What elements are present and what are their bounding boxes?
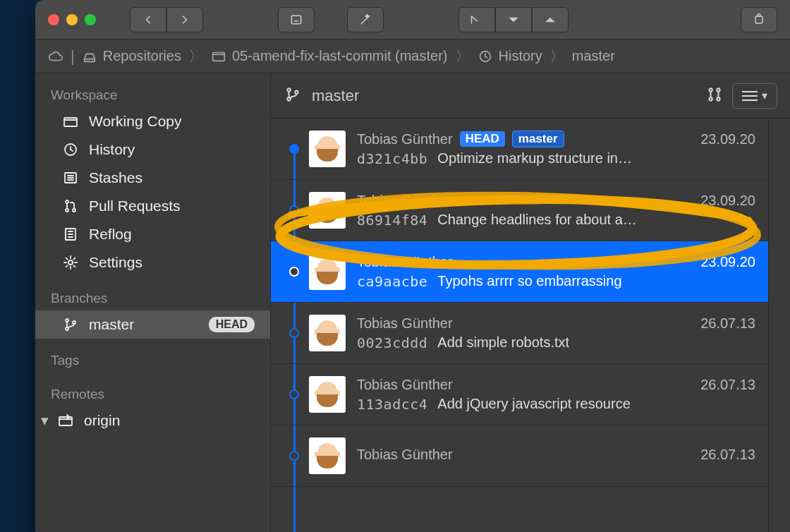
- quick-open-button[interactable]: [278, 7, 315, 32]
- sidebar-item-label: History: [89, 141, 135, 158]
- branch-tag: master: [512, 131, 564, 147]
- push-button[interactable]: [532, 7, 569, 32]
- commit-author: Tobias Günther: [357, 193, 453, 209]
- commit-author: Tobias Günther: [357, 447, 453, 463]
- commit-row[interactable]: Tobias Günther23.09.20ca9aacbeTypohs arr…: [271, 241, 768, 303]
- svg-point-13: [68, 260, 73, 265]
- commit-row[interactable]: Tobias Günther26.07.13: [271, 425, 768, 487]
- hamburger-icon: [742, 91, 758, 101]
- svg-rect-6: [64, 118, 77, 126]
- commit-graph-node: [289, 451, 299, 461]
- compare-icon[interactable]: [705, 85, 724, 107]
- sidebar: Workspace Working Copy History Stashes P…: [35, 73, 271, 532]
- sidebar-item-stashes[interactable]: Stashes: [35, 164, 270, 192]
- breadcrumb-label: Repositories: [103, 48, 181, 64]
- chevron-down-icon: ▾: [762, 89, 767, 102]
- commit-message: Add jQuery javascript resource: [437, 396, 755, 413]
- branch-icon: [62, 316, 79, 333]
- head-badge: HEAD: [209, 317, 255, 332]
- breadcrumb-cloud[interactable]: [48, 49, 63, 64]
- avatar: [309, 192, 346, 229]
- sidebar-item-label: Reflog: [89, 226, 132, 243]
- commit-row[interactable]: Tobias Günther23.09.2086914f84Change hea…: [271, 180, 768, 241]
- commit-message: Add simple robots.txt: [437, 334, 755, 351]
- fetch-button[interactable]: [458, 7, 495, 32]
- chevron-right-icon: [178, 13, 192, 27]
- avatar: [309, 437, 346, 474]
- chevron-right-icon: 〉: [455, 46, 470, 67]
- back-button[interactable]: [130, 7, 166, 32]
- magic-button[interactable]: [347, 7, 384, 32]
- fetch-icon: [470, 13, 484, 27]
- clock-icon: [62, 141, 79, 158]
- breadcrumb-repositories[interactable]: Repositories: [82, 48, 181, 64]
- sidebar-remote-label: origin: [84, 412, 120, 429]
- sidebar-item-label: Pull Requests: [89, 198, 181, 214]
- commit-author: Tobias Günther: [357, 377, 453, 393]
- sidebar-branch-master[interactable]: master HEAD: [35, 310, 270, 339]
- drive-icon: [82, 49, 97, 64]
- zoom-window-button[interactable]: [85, 14, 96, 25]
- close-window-button[interactable]: [48, 14, 59, 25]
- clock-icon: [478, 49, 493, 64]
- commit-graph-node: [289, 389, 299, 399]
- commit-hash: d321c4bb: [357, 150, 427, 167]
- commit-author: Tobias Günther: [357, 131, 453, 147]
- breadcrumb-branch[interactable]: master: [572, 48, 615, 64]
- sidebar-item-working-copy[interactable]: Working Copy: [35, 107, 270, 135]
- head-tag: HEAD: [460, 131, 505, 147]
- sidebar-item-reflog[interactable]: Reflog: [35, 220, 270, 248]
- sidebar-section-workspace: Workspace: [35, 83, 270, 107]
- avatar: [309, 315, 346, 351]
- commit-hash: 113adcc4: [357, 396, 427, 413]
- commit-message: Change headlines for about a…: [437, 212, 755, 229]
- gear-icon: [62, 254, 79, 271]
- commit-date: 23.09.20: [692, 193, 755, 209]
- sidebar-remote-origin[interactable]: ▾ origin: [35, 406, 270, 435]
- commit-hash: 86914f84: [357, 212, 427, 229]
- breadcrumb-history[interactable]: History: [478, 48, 542, 64]
- sidebar-item-pull-requests[interactable]: Pull Requests: [35, 192, 270, 220]
- commit-row[interactable]: Tobias Günther26.07.13113adcc4Add jQuery…: [271, 364, 768, 425]
- commit-graph-node: [289, 205, 299, 215]
- svg-rect-17: [59, 417, 72, 425]
- remote-icon: [57, 412, 74, 429]
- commit-row[interactable]: Tobias Günther26.07.130023cdddAdd simple…: [271, 303, 768, 364]
- sidebar-item-settings[interactable]: Settings: [35, 248, 270, 277]
- forward-button[interactable]: [166, 7, 203, 32]
- extra-button[interactable]: [741, 7, 777, 32]
- chevron-left-icon: [141, 13, 155, 27]
- commit-body: Tobias GüntherHEADmaster23.09.20d321c4bb…: [357, 131, 755, 167]
- chevron-down-icon: ▾: [41, 412, 49, 429]
- view-menu-button[interactable]: ▾: [732, 83, 777, 109]
- breadcrumb-repo[interactable]: 05-amend-fix-last-commit (master): [211, 48, 448, 64]
- minimize-window-button[interactable]: [66, 14, 78, 25]
- commit-date: 23.09.20: [692, 254, 755, 270]
- commit-date: 26.07.13: [692, 447, 755, 463]
- sidebar-item-label: Stashes: [89, 169, 142, 186]
- svg-rect-2: [758, 13, 760, 16]
- sidebar-item-history[interactable]: History: [35, 135, 270, 164]
- cloud-icon: [48, 49, 63, 64]
- pull-icon: [506, 13, 521, 27]
- commit-body: Tobias Günther23.09.2086914f84Change hea…: [357, 193, 755, 229]
- sidebar-section-remotes: Remotes: [35, 382, 270, 406]
- chevron-right-icon: 〉: [549, 46, 565, 67]
- sidebar-section-tags: Tags: [35, 349, 270, 373]
- folder-icon: [211, 49, 226, 64]
- commit-date: 23.09.20: [692, 131, 755, 147]
- sidebar-branch-label: master: [89, 316, 134, 333]
- magic-wand-icon: [358, 13, 372, 27]
- action-group: [458, 7, 569, 32]
- avatar: [309, 131, 346, 167]
- commit-hash: 0023cddd: [357, 334, 427, 351]
- pull-button[interactable]: [495, 7, 532, 32]
- app-window: | Repositories 〉 05-amend-fix-last-commi…: [35, 0, 790, 532]
- avatar: [309, 376, 346, 413]
- sidebar-section-branches: Branches: [35, 286, 270, 310]
- commit-row[interactable]: Tobias GüntherHEADmaster23.09.20d321c4bb…: [271, 119, 768, 180]
- svg-rect-3: [84, 59, 95, 61]
- avatar: [309, 253, 346, 290]
- extension-icon: [752, 13, 766, 27]
- folder-icon: [62, 113, 79, 130]
